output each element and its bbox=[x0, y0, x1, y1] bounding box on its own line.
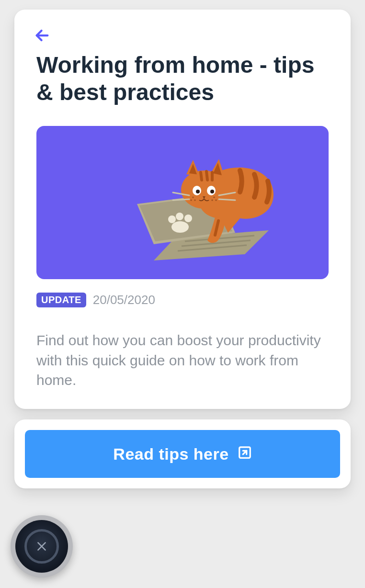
svg-point-22 bbox=[194, 200, 195, 201]
cta-card: Read tips here bbox=[14, 419, 351, 488]
article-title: Working from home - tips & best practice… bbox=[36, 52, 329, 106]
svg-line-27 bbox=[173, 199, 189, 200]
close-icon bbox=[35, 540, 48, 553]
cta-label: Read tips here bbox=[113, 445, 228, 464]
back-button[interactable] bbox=[34, 28, 51, 45]
publish-date: 20/05/2020 bbox=[93, 293, 155, 307]
svg-point-25 bbox=[215, 200, 217, 201]
read-tips-button[interactable]: Read tips here bbox=[25, 430, 340, 478]
svg-point-8 bbox=[168, 215, 176, 223]
svg-point-19 bbox=[210, 190, 214, 193]
svg-point-9 bbox=[176, 213, 183, 220]
meta-row: UPDATE 20/05/2020 bbox=[36, 293, 329, 307]
close-widget-inner bbox=[15, 520, 68, 573]
hero-image bbox=[36, 126, 329, 279]
article-description: Find out how you can boost your producti… bbox=[36, 330, 329, 390]
article-card: Working from home - tips & best practice… bbox=[14, 10, 351, 409]
external-link-icon bbox=[238, 445, 252, 464]
svg-point-18 bbox=[196, 190, 200, 193]
close-widget-button[interactable] bbox=[11, 515, 73, 577]
cat-laptop-illustration-icon bbox=[82, 137, 283, 268]
svg-point-24 bbox=[211, 200, 213, 201]
arrow-left-icon bbox=[34, 27, 50, 45]
svg-point-23 bbox=[213, 197, 215, 198]
svg-point-20 bbox=[192, 197, 194, 198]
svg-point-21 bbox=[190, 200, 192, 201]
svg-line-29 bbox=[219, 199, 235, 200]
category-badge: UPDATE bbox=[36, 293, 86, 307]
svg-point-10 bbox=[184, 215, 192, 222]
svg-point-7 bbox=[171, 221, 189, 233]
